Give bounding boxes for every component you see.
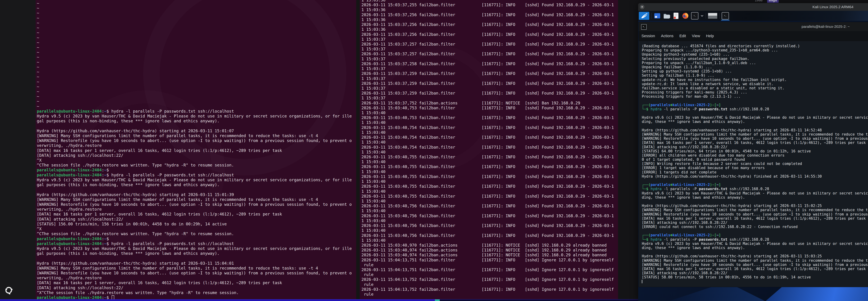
log-line: 2026-03-11 15:03:40,974 fail2ban.actions… — [362, 252, 618, 257]
terminal-line: gal purposes (this is non-binding, these… — [37, 182, 356, 187]
terminal-text: ~ — [37, 70, 39, 74]
terminal-line: ~ — [37, 55, 356, 60]
terminal-text: [DATA] max 16 tasks per 1 server, overal… — [642, 216, 866, 221]
terminal-text: 2026-03-11 15:04:13,752 fail2ban.filter … — [362, 277, 614, 282]
workspace-pager[interactable] — [708, 13, 717, 19]
host-dock-strip — [0, 0, 36, 299]
terminal-text: : — [102, 237, 104, 241]
terminal-active-task-icon[interactable]: ›_ — [722, 12, 729, 20]
terminal-line: [ERROR] 1 targets did not complete — [642, 170, 868, 174]
log-line: 1 15:03:40 — [362, 149, 618, 155]
terminal-line: [STATUS] 156.00 tries/min, 156 tries in … — [37, 222, 356, 226]
terminal-line: [DATA] max 16 tasks per 1 server, overal… — [642, 141, 868, 145]
terminal-line — [37, 187, 356, 192]
terminal-line: [ERROR] all children were disabled due t… — [642, 153, 868, 158]
show-desktop-icon[interactable] — [654, 12, 661, 20]
terminal-line: [DATA] max 16 tasks per 1 server, overal… — [37, 280, 356, 285]
kali-vm-window[interactable]: × Kali Linux 2025.2 ARM64 — [638, 3, 868, 301]
chevron-down-icon[interactable] — [701, 15, 704, 17]
terminal-line: Unpacking fail2ban (1.1.0-9) ... — [642, 65, 868, 69]
menu-item-session[interactable]: Session — [642, 34, 655, 38]
vm-title-bar[interactable]: × Kali Linux 2025.2 ARM64 — [638, 3, 868, 11]
log-line: 2026-03-11 15:03:37,752 fail2ban.actions… — [362, 101, 618, 106]
terminal-line: Preparing to unpack .../python3-systemd_… — [642, 48, 868, 52]
kali-terminal-pane[interactable]: (Reading database ... 451674 files and d… — [642, 44, 868, 283]
file-manager-icon[interactable] — [663, 12, 670, 20]
terminal-text: [DATA] max 16 tasks per 1 server, overal… — [37, 212, 282, 216]
terminal-line: ~ — [37, 40, 356, 45]
qterminal-window[interactable]: >_ parallels@kali-linux-2025-2: ~ × Sess… — [639, 22, 868, 287]
terminal-text: ⊛ — [670, 183, 673, 187]
log-line: 1 15:03:40 — [362, 159, 618, 164]
log-line: 1 15:03:37 — [362, 56, 618, 61]
terminal-text: 2026-03-11 15:03:37,752 fail2ban.actions… — [362, 101, 580, 105]
menu-item-actions[interactable]: Actions — [661, 34, 673, 38]
terminal-text: parallels@ubuntu-linux-2404 — [37, 237, 102, 241]
qterminal-menu-bar[interactable]: SessionActionsEditViewHelp — [639, 31, 868, 41]
terminal-line: [DATA] attacking ssh://localhost:22/ — [37, 153, 356, 158]
log-line: 2026-03-11 15:03:40,756 fail2ban.filter … — [362, 233, 618, 238]
terminal-line: Hydra v9.5 (c) 2023 by van Hauser/THC & … — [37, 114, 356, 118]
terminal-line: [WARNING] Restorefile (you have 10 secon… — [37, 271, 356, 275]
terminal-text: ~ — [37, 21, 39, 25]
log-line: 1 15:03:37 — [362, 86, 618, 91]
terminal-text: : — [102, 109, 104, 113]
terminal-line: [WARNING] Many SSH configurations limit … — [642, 258, 868, 263]
terminal-text: 2026-03-11 15:03:40,970 fail2ban.actions… — [362, 243, 607, 247]
log-line: 2026-03-11 15:03:37,256 fail2ban.filter … — [362, 32, 618, 37]
terminal-text: gal purposes (this is non-binding, these… — [37, 119, 219, 123]
terminal-text: ding, these *** ignore laws and ethics a… — [642, 119, 745, 124]
terminal-text: 1 15:03:37 — [362, 86, 385, 90]
terminal-text: ~ — [716, 103, 719, 107]
terminal-text: 2026-03-11 15:03:37,255 fail2ban.filter … — [362, 3, 614, 7]
terminal-line: ^CThe session file ./hydra.restore was w… — [37, 163, 356, 167]
qterminal-title-bar[interactable]: >_ parallels@kali-linux-2025-2: ~ × — [639, 22, 868, 31]
menu-item-edit[interactable]: Edit — [679, 34, 686, 38]
menu-item-help[interactable]: Help — [706, 34, 714, 38]
pane-divider[interactable] — [356, 0, 360, 299]
terminal-text: $ — [106, 237, 112, 241]
log-line: 1 15:03:40 — [362, 208, 618, 213]
log-line: 1 15:03:40 — [362, 130, 618, 135]
terminal-text: ~ — [37, 94, 39, 99]
terminal-text: ┌──( — [642, 103, 651, 107]
terminal-text: kali-linux-2025-2 — [673, 183, 710, 187]
terminal-text: Setting up fail2ban (1.1.0-9) ... — [642, 73, 714, 78]
terminal-line: verwriting, ./hydra.restore — [37, 275, 356, 280]
terminal-text: 1 15:03:40 — [362, 199, 385, 203]
menu-item-view[interactable]: View — [692, 34, 700, 38]
kali-desktop[interactable]: >_ parallels@kali-linux-2025-2: ~ × Sess… — [638, 21, 868, 301]
terminal-line: [WARNING] Restorefile (you have 10 secon… — [642, 212, 868, 216]
terminal-text: rule — [362, 263, 373, 267]
terminal-text: ding, these *** ignore laws and ethics a… — [642, 246, 745, 250]
log-line: 2026-03-11 15:03:40,756 fail2ban.filter … — [362, 213, 618, 218]
terminal-line: ^X — [37, 158, 356, 163]
kali-menu-icon[interactable] — [639, 12, 649, 20]
ubuntu-terminal-window[interactable]: ~~~~~~~~~~~~~~~~~~~~~~parallels@ubuntu-l… — [36, 0, 618, 299]
fail2ban-log-pane[interactable]: 1 15:03:362026-03-11 15:03:37,255 fail2b… — [360, 0, 618, 299]
kali-taskbar[interactable]: ›_ ›_ (genmon)XXX — [638, 11, 868, 21]
terminal-text: hydra — [651, 238, 661, 242]
firefox-icon[interactable] — [682, 12, 689, 20]
terminal-text: )-[ — [710, 103, 716, 107]
ubuntu-logo-icon[interactable] — [4, 286, 13, 294]
hydra-terminal-pane[interactable]: ~~~~~~~~~~~~~~~~~~~~~~parallels@ubuntu-l… — [37, 1, 356, 299]
terminal-text: -l parallels -P — [661, 238, 699, 242]
terminal-line: ~ — [37, 16, 356, 21]
terminal-text: Hydra v9.6 (c) 2023 by van Hauser/THC & … — [642, 115, 868, 119]
terminal-text: Hydra v9.6 (c) 2023 by van Hauser/THC & … — [642, 242, 868, 246]
text-editor-icon[interactable] — [672, 12, 680, 20]
terminal-text: $ — [106, 295, 112, 299]
terminal-line — [642, 124, 868, 128]
terminal-launcher-icon[interactable]: ›_ — [691, 12, 699, 20]
log-line: 2026-03-11 15:03:37,256 fail2ban.filter … — [362, 12, 618, 17]
terminal-text: 2026-03-11 15:03:37,257 fail2ban.filter … — [362, 52, 614, 56]
terminal-text: 1 15:03:40 — [362, 150, 385, 154]
log-line: 2026-03-11 15:04:13,751 fail2ban.filter … — [362, 257, 618, 263]
log-line: 1 15:03:40 — [362, 110, 618, 115]
log-line: 2026-03-11 15:03:40,756 fail2ban.filter … — [362, 223, 618, 228]
terminal-line: ~ — [37, 6, 356, 10]
terminal-text: gal purposes (this is non-binding, these… — [37, 183, 219, 187]
terminal-text: ~ — [104, 173, 106, 177]
taskbar-separator — [651, 13, 652, 19]
